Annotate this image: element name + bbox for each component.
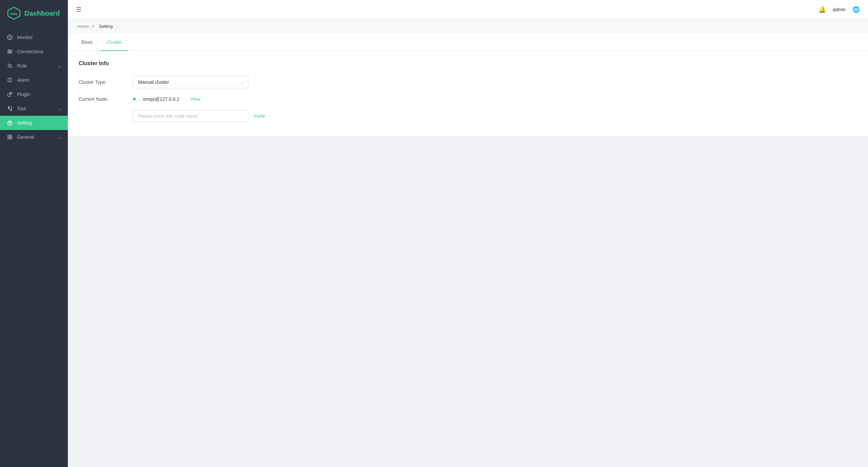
invite-row: Invite	[133, 110, 857, 122]
sidebar-item-monitor[interactable]: Monitor	[0, 30, 68, 44]
svg-point-16	[10, 81, 10, 81]
setting-icon	[7, 120, 13, 126]
cluster-type-select-wrapper: Manual cluster ⌄	[133, 76, 248, 88]
node-status-dot	[133, 98, 136, 100]
admin-username: admin	[833, 7, 846, 12]
plugin-icon	[7, 91, 13, 97]
sidebar-item-label-setting: Setting	[17, 120, 32, 126]
invite-button[interactable]: Invite	[254, 113, 265, 119]
breadcrumb-home[interactable]: Home	[77, 24, 89, 29]
general-arrow-icon: ⌄	[58, 135, 61, 139]
connections-icon	[7, 49, 13, 55]
topbar-left: ☰	[76, 6, 81, 13]
section-title-cluster-info: Cluster Info	[79, 60, 857, 67]
notification-bell-icon[interactable]: 🔔	[818, 6, 826, 13]
sidebar: EMQ Dashboard Monitor Connections Rule ⌄	[0, 0, 68, 467]
menu-toggle-icon[interactable]: ☰	[76, 6, 81, 13]
logo-icon: EMQ	[7, 6, 21, 20]
sidebar-item-tool[interactable]: Tool ⌄	[0, 101, 68, 116]
cluster-type-value: Manual cluster ⌄	[133, 76, 248, 88]
monitor-icon	[7, 34, 13, 40]
svg-rect-9	[7, 51, 12, 52]
cluster-panel: Cluster Info Cluster Type: Manual cluste…	[68, 51, 868, 136]
tool-arrow-icon: ⌄	[58, 106, 61, 111]
general-icon	[7, 134, 13, 140]
tabs-container: Basic Cluster	[68, 34, 868, 51]
sidebar-item-label-rule: Rule	[17, 63, 27, 69]
breadcrumb: Home / Setting	[68, 19, 868, 34]
current-node-row: Current Node: emqx@127.0.0.1 View	[79, 96, 857, 102]
sidebar-title: Dashboard	[24, 10, 60, 17]
svg-rect-23	[10, 137, 12, 139]
svg-rect-20	[8, 135, 10, 137]
sidebar-item-setting[interactable]: Setting	[0, 116, 68, 130]
tab-cluster[interactable]: Cluster	[100, 34, 128, 51]
cluster-type-select[interactable]: Manual cluster	[133, 76, 248, 88]
sidebar-item-general[interactable]: General ⌄	[0, 130, 68, 144]
rule-arrow-icon: ⌄	[58, 63, 61, 68]
svg-text:EMQ: EMQ	[10, 12, 17, 16]
sidebar-item-label-alarm: Alarm	[17, 77, 30, 83]
main-area: ☰ 🔔 admin 🌐 Home / Setting Basic Cluster…	[68, 0, 868, 467]
view-node-link[interactable]: View	[190, 96, 201, 102]
breadcrumb-current: Setting	[99, 24, 113, 29]
sidebar-item-plugin[interactable]: Plugin	[0, 87, 68, 101]
svg-point-18	[8, 107, 10, 108]
sidebar-item-label-general: General	[17, 134, 34, 140]
svg-rect-13	[9, 52, 10, 53]
sidebar-item-label-plugin: Plugin	[17, 92, 30, 97]
sidebar-header: EMQ Dashboard	[0, 0, 68, 27]
sidebar-item-label-monitor: Monitor	[17, 35, 33, 40]
sidebar-item-connections[interactable]: Connections	[0, 44, 68, 59]
node-name-text: emqx@127.0.0.1	[143, 96, 180, 102]
alarm-icon	[7, 77, 13, 83]
breadcrumb-separator: /	[92, 24, 94, 29]
topbar: ☰ 🔔 admin 🌐	[68, 0, 868, 19]
sidebar-item-alarm[interactable]: Alarm	[0, 73, 68, 87]
svg-point-19	[9, 122, 11, 124]
rule-icon	[7, 63, 13, 69]
svg-rect-12	[11, 51, 11, 52]
svg-point-3	[9, 36, 11, 38]
content-area: Basic Cluster Cluster Info Cluster Type:…	[68, 34, 868, 467]
svg-rect-21	[10, 135, 12, 137]
current-node-label: Current Node:	[79, 96, 133, 102]
sidebar-item-label-connections: Connections	[17, 49, 43, 54]
sidebar-item-label-tool: Tool	[17, 106, 26, 111]
svg-rect-11	[8, 49, 9, 51]
language-globe-icon[interactable]: 🌐	[852, 6, 860, 13]
topbar-right: 🔔 admin 🌐	[818, 6, 860, 13]
gray-background-area	[68, 136, 868, 238]
cluster-type-label: Cluster Type:	[79, 79, 133, 85]
svg-rect-17	[8, 94, 11, 96]
sidebar-item-rule[interactable]: Rule ⌄	[0, 59, 68, 73]
tab-basic[interactable]: Basic	[75, 34, 100, 51]
current-node-value: emqx@127.0.0.1 View	[133, 96, 201, 102]
svg-rect-22	[8, 137, 10, 139]
cluster-type-row: Cluster Type: Manual cluster ⌄	[79, 76, 857, 88]
tool-icon	[7, 106, 13, 112]
node-name-input[interactable]	[133, 110, 248, 122]
sidebar-nav: Monitor Connections Rule ⌄ Alarm P	[0, 27, 68, 467]
